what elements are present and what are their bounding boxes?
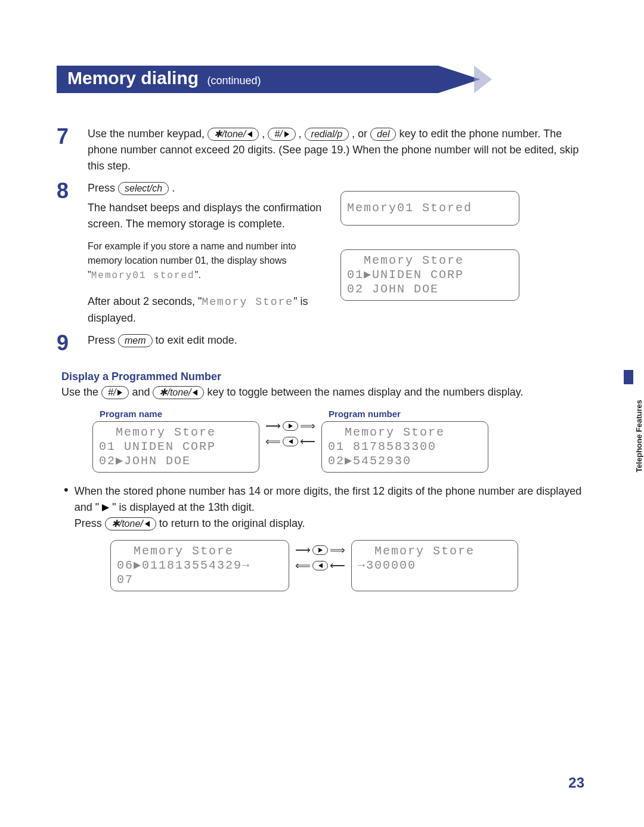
text: Press <box>88 182 118 194</box>
paragraph: Use the #/ and ✱/tone/ key to toggle bet… <box>61 384 587 400</box>
text: , <box>299 128 305 140</box>
bullet-dot-icon: • <box>64 483 69 532</box>
step-9: 9 Press mem to exit edit mode. <box>57 332 587 354</box>
key-hash: #/ <box>268 128 295 141</box>
bullet-item: • When the stored phone number has 14 or… <box>64 483 587 532</box>
text: , <box>262 128 268 140</box>
triangle-left-icon <box>193 390 197 396</box>
side-tab-bar <box>624 370 633 384</box>
lcd-line: 01▶UNIDEN CORP <box>347 268 513 282</box>
label-program-name: Program name <box>100 409 259 419</box>
page-number: 23 <box>568 774 584 791</box>
key-hash: #/ <box>101 386 129 399</box>
long-number-row: Memory Store 06▶011813554329→ 07 ⟶⟹ ⟸⟵ M… <box>110 540 587 591</box>
step-number: 9 <box>57 332 77 354</box>
lcd-line: 01 UNIDEN CORP <box>99 440 253 454</box>
lcd-text: Memory01 stored <box>91 270 195 281</box>
lcd-line: Memory Store <box>358 544 512 558</box>
key-mem: mem <box>118 334 153 347</box>
text: Press <box>75 517 105 529</box>
triangle-right-icon <box>284 131 289 137</box>
text: . <box>172 182 175 194</box>
lcd-line: Memory Store <box>328 425 482 440</box>
lcd-line: →300000 <box>358 558 512 573</box>
lcd-line: 01 8178583300 <box>328 440 482 454</box>
arrow-right-icon <box>102 504 109 511</box>
text: " is displayed at the 13th digit. <box>112 501 255 513</box>
arrow-left-icon: ⟸⟵ <box>265 435 315 448</box>
key-redial: redial/p <box>305 128 349 141</box>
text: to return to the original display. <box>159 517 305 529</box>
key-select-ch: select/ch <box>118 182 169 195</box>
lcd-line: 02▶5452930 <box>328 454 482 468</box>
lcd-screen-long-left: Memory Store 06▶011813554329→ 07 <box>110 540 289 591</box>
text: key to toggle between the names display … <box>208 386 524 398</box>
lcd-line: Memory Store <box>117 544 283 558</box>
triangle-left-icon <box>145 521 150 527</box>
side-tab-label: Telephone Features <box>634 400 643 473</box>
text: After about 2 seconds, " <box>88 295 202 307</box>
text: and <box>132 386 153 398</box>
program-name-col: Program name Memory Store 01 UNIDEN CORP… <box>92 409 259 473</box>
step-7: 7 Use the number keypad, ✱/tone/ , #/ , … <box>57 126 587 174</box>
content: 7 Use the number keypad, ✱/tone/ , #/ , … <box>57 93 587 591</box>
arrow-left-icon: ⟸⟵ <box>295 559 345 572</box>
step-body: Use the number keypad, ✱/tone/ , #/ , re… <box>88 126 587 174</box>
section-banner: Memory dialing (continued) <box>57 60 587 93</box>
banner-subtitle: (continued) <box>207 75 261 87</box>
step-body: Press mem to exit edit mode. <box>88 332 587 354</box>
triangle-left-icon <box>247 131 252 137</box>
toggle-arrows: ⟶⟹ ⟸⟵ <box>295 540 345 572</box>
text: Use the number keypad, <box>88 128 208 140</box>
lcd-screen-memory-store: Memory Store 01▶UNIDEN CORP 02 JOHN DOE <box>340 249 519 301</box>
lcd-line: 02 JOHN DOE <box>347 282 513 297</box>
bullet-body: When the stored phone number has 14 or m… <box>75 483 587 532</box>
banner-tail2 <box>474 66 492 93</box>
label-program-number: Program number <box>329 409 488 419</box>
program-number-col: Program number Memory Store 01 817858330… <box>321 409 488 473</box>
lcd-screen-stored: Memory01 Stored <box>340 191 519 226</box>
lcd-text: Memory Store <box>202 296 294 308</box>
arrow-right-icon: ⟶⟹ <box>265 419 315 433</box>
lcd-screen-names: Memory Store 01 UNIDEN CORP 02▶JOHN DOE <box>92 421 259 473</box>
text: Use the <box>61 386 101 398</box>
text: , or <box>352 128 370 140</box>
lcd-line: Memory01 Stored <box>347 201 513 215</box>
text: ". <box>195 270 201 280</box>
lcd-line <box>358 573 512 587</box>
arrow-right-icon: ⟶⟹ <box>295 544 345 557</box>
lcd-screen-long-right: Memory Store →300000 <box>351 540 518 591</box>
side-tab: Telephone Features <box>624 376 633 495</box>
lcd-line: 06▶011813554329→ <box>117 558 283 573</box>
text: Press <box>88 334 118 346</box>
banner-title-text: Memory dialing <box>67 68 199 88</box>
key-star-tone: ✱/tone/ <box>105 517 156 530</box>
lcd-line: Memory Store <box>347 254 513 268</box>
banner-title: Memory dialing (continued) <box>67 68 261 88</box>
key-star-tone: ✱/tone/ <box>208 128 259 141</box>
key-star-tone: ✱/tone/ <box>153 386 204 399</box>
lcd-line: Memory Store <box>99 425 253 440</box>
text: to exit edit mode. <box>156 334 237 346</box>
triangle-right-icon <box>117 390 122 396</box>
text: The handset beeps and displays the confi… <box>88 200 332 232</box>
name-number-row: Program name Memory Store 01 UNIDEN CORP… <box>92 409 587 473</box>
lcd-screen-numbers: Memory Store 01 8178583300 02▶5452930 <box>321 421 488 473</box>
page: Memory dialing (continued) 7 Use the num… <box>0 0 644 827</box>
lcd-line: 02▶JOHN DOE <box>99 454 253 468</box>
step-8: 8 Press select/ch . The handset beeps an… <box>57 180 587 326</box>
key-del: del <box>370 128 396 141</box>
toggle-arrows: ⟶⟹ ⟸⟵ <box>265 409 315 448</box>
step-number: 7 <box>57 126 77 174</box>
step-number: 8 <box>57 180 77 326</box>
step-body: Press select/ch . The handset beeps and … <box>88 180 587 326</box>
subheading: Display a Programmed Number <box>61 371 587 383</box>
lcd-line: 07 <box>117 573 283 587</box>
